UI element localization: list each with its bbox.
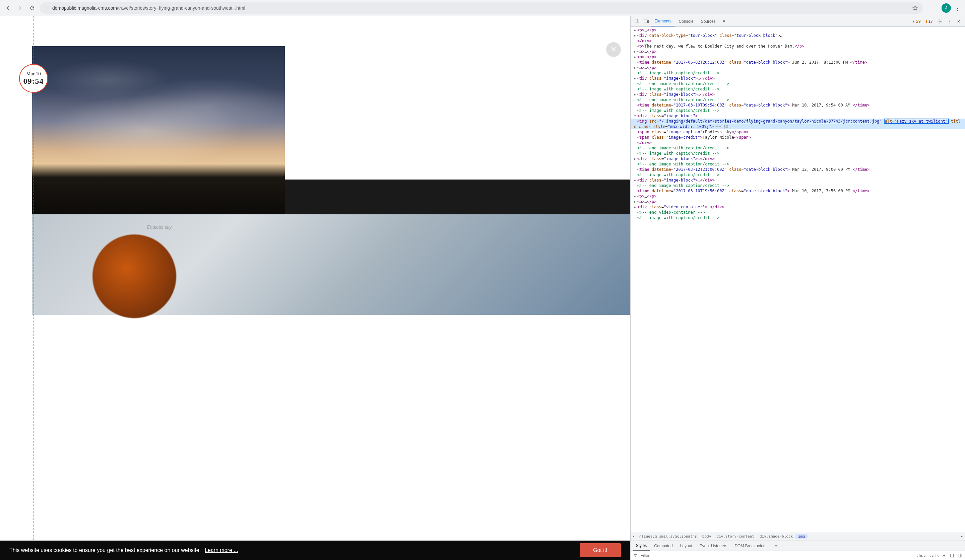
tab-sources[interactable]: Sources [698, 16, 719, 26]
crumb-active[interactable]: img [795, 534, 808, 539]
cls-toggle[interactable]: .cls [929, 553, 939, 558]
browser-menu-button[interactable]: ⋮ [954, 4, 962, 12]
svg-rect-6 [950, 554, 953, 557]
device-toolbar-icon[interactable] [642, 17, 651, 26]
computed-styles-icon[interactable] [950, 553, 954, 558]
crumb[interactable]: body [700, 534, 714, 539]
story-timeline-line [34, 16, 34, 560]
tab-elements[interactable]: Elements [651, 16, 675, 26]
back-button[interactable] [3, 3, 13, 13]
styles-tab-computed[interactable]: Computed [651, 541, 676, 550]
url-text: demopublic.magnolia-cms.com/travel/stori… [52, 5, 245, 11]
hov-toggle[interactable]: :hov [916, 553, 926, 558]
cookie-text: This website uses cookies to ensure you … [9, 547, 201, 553]
styles-tab-dom-breakpoints[interactable]: DOM Breakpoints [731, 541, 770, 550]
page-viewport: Mar 10 09:54 Endless sky ✕ This website … [0, 16, 630, 560]
devtools-settings-icon[interactable] [936, 17, 944, 26]
svg-point-1 [47, 8, 48, 9]
styles-more-icon[interactable] [770, 541, 782, 550]
svg-point-5 [939, 21, 940, 22]
forward-button[interactable] [15, 3, 25, 13]
issues-badge[interactable]: ▮17 [924, 19, 935, 24]
browser-toolbar: demopublic.magnolia-cms.com/travel/stori… [0, 0, 965, 16]
styles-tab-layout[interactable]: Layout [677, 541, 695, 550]
profile-avatar[interactable]: J [942, 3, 951, 13]
address-bar[interactable]: demopublic.magnolia-cms.com/travel/stori… [39, 2, 923, 14]
story-time: 09:54 [23, 77, 44, 86]
elements-tree[interactable]: ▸<p>…</p> ▸<div data-block-type="tour-bl… [631, 27, 965, 532]
bookmark-star-icon[interactable] [912, 5, 918, 11]
more-tabs-icon[interactable] [720, 17, 728, 26]
inspect-element-icon[interactable] [633, 17, 641, 26]
styles-filter-bar: :hov .cls ＋ [631, 550, 965, 560]
styles-filter-input[interactable] [641, 553, 913, 558]
svg-point-0 [46, 7, 46, 7]
cookie-banner: This website uses cookies to ensure you … [0, 540, 630, 560]
site-info-icon[interactable] [44, 5, 50, 11]
devtools-close-icon[interactable]: ✕ [954, 17, 963, 26]
styles-tab-event-listeners[interactable]: Event Listeners [696, 541, 731, 550]
story-date-badge: Mar 10 09:54 [19, 64, 48, 93]
devtools-panel: Elements Console Sources ▲29 ▮17 ⋮ ✕ ▸<p… [630, 16, 965, 560]
svg-rect-3 [644, 20, 647, 22]
cookie-learn-more-link[interactable]: Learn more ... [205, 547, 238, 553]
elements-breadcrumb[interactable]: ◂ nlinesvg.smil.svgclippaths body div.st… [631, 532, 965, 540]
crumb[interactable]: div.image-block [757, 534, 795, 539]
story-date: Mar 10 [26, 71, 41, 77]
crumb[interactable]: div.story-content [714, 534, 757, 539]
warnings-badge[interactable]: ▲29 [910, 19, 922, 24]
cookie-accept-button[interactable]: Got it! [580, 543, 621, 557]
filter-icon [633, 553, 637, 558]
devtools-tabstrip: Elements Console Sources ▲29 ▮17 ⋮ ✕ [631, 16, 965, 27]
styles-tabstrip: Styles Computed Layout Event Listeners D… [631, 540, 965, 550]
styles-tab-styles[interactable]: Styles [633, 541, 650, 550]
selected-dom-node[interactable]: ⋯ <img src="/.imaging/default/dam/storie… [631, 119, 965, 129]
svg-rect-7 [958, 554, 962, 557]
tab-console[interactable]: Console [676, 16, 697, 26]
svg-rect-4 [647, 20, 648, 23]
reload-button[interactable] [28, 3, 37, 13]
breadcrumb-scroll-right[interactable]: ▸ [959, 534, 965, 539]
devtools-menu-icon[interactable]: ⋮ [945, 17, 954, 26]
story-image-sky [32, 46, 285, 214]
new-style-rule-icon[interactable]: ＋ [942, 553, 946, 558]
breadcrumb-scroll-left[interactable]: ◂ [631, 534, 636, 539]
story-image-caption: Endless sky [147, 224, 172, 230]
crumb[interactable]: nlinesvg.smil.svgclippaths [636, 534, 700, 539]
toggle-sidebar-icon[interactable] [958, 553, 962, 558]
story-close-button[interactable]: ✕ [606, 42, 621, 57]
story-image-cockpit [32, 214, 630, 315]
